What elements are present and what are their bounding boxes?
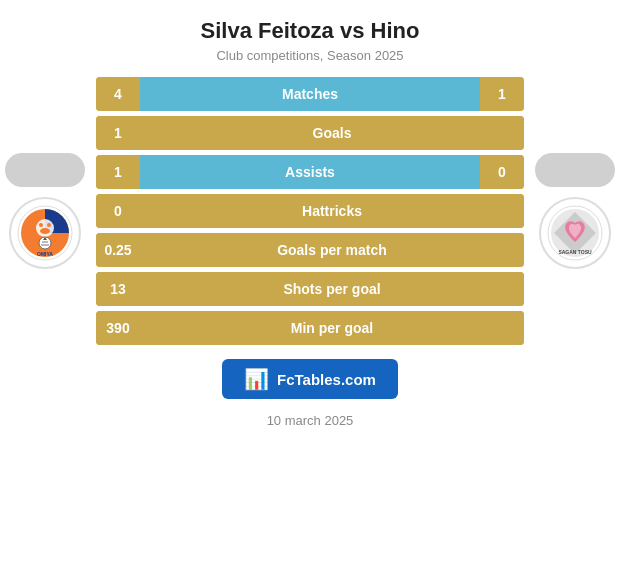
- svg-text:SAGAN TOSU: SAGAN TOSU: [558, 249, 592, 255]
- stat-row-min-per-goal: 390Min per goal: [96, 311, 524, 345]
- stat-row-goals: 1Goals: [96, 116, 524, 150]
- stats-container: 4Matches11Goals1Assists00Hattricks0.25Go…: [90, 77, 530, 345]
- svg-point-3: [39, 223, 43, 227]
- stat-right-assists: 0: [480, 155, 524, 189]
- fctables-icon: 📊: [244, 367, 269, 391]
- stat-row-shots-per-goal: 13Shots per goal: [96, 272, 524, 306]
- omiya-ardija-icon: OMIYA: [16, 204, 74, 262]
- subtitle: Club competitions, Season 2025: [216, 48, 403, 63]
- team-logo-right: SAGAN TOSU: [530, 153, 620, 269]
- stat-left-goals: 1: [96, 116, 140, 150]
- stat-label-assists: Assists: [140, 155, 480, 189]
- stat-label-goals-per-match: Goals per match: [140, 233, 524, 267]
- left-top-bar: [5, 153, 85, 187]
- footer-date: 10 march 2025: [267, 413, 354, 428]
- right-top-bar: [535, 153, 615, 187]
- svg-point-4: [47, 223, 51, 227]
- stat-right-matches: 1: [480, 77, 524, 111]
- stat-left-min-per-goal: 390: [96, 311, 140, 345]
- sagan-tosu-icon: SAGAN TOSU: [546, 204, 604, 262]
- stat-row-goals-per-match: 0.25Goals per match: [96, 233, 524, 267]
- page-title: Silva Feitoza vs Hino: [201, 18, 420, 44]
- svg-point-5: [40, 228, 50, 234]
- svg-text:OMIYA: OMIYA: [37, 251, 53, 257]
- team-logo-right-img: SAGAN TOSU: [539, 197, 611, 269]
- team-logo-left: OMIYA: [0, 153, 90, 269]
- stat-left-hattricks: 0: [96, 194, 140, 228]
- stat-left-goals-per-match: 0.25: [96, 233, 140, 267]
- team-logo-left-img: OMIYA: [9, 197, 81, 269]
- stat-left-assists: 1: [96, 155, 140, 189]
- stat-label-goals: Goals: [140, 116, 524, 150]
- fctables-banner[interactable]: 📊 FcTables.com: [222, 359, 398, 399]
- stat-label-shots-per-goal: Shots per goal: [140, 272, 524, 306]
- stat-row-hattricks: 0Hattricks: [96, 194, 524, 228]
- main-section: OMIYA 4Matches11Goals1Assists00Hattricks…: [0, 77, 620, 345]
- stat-label-hattricks: Hattricks: [140, 194, 524, 228]
- stat-label-min-per-goal: Min per goal: [140, 311, 524, 345]
- stat-row-assists: 1Assists0: [96, 155, 524, 189]
- stat-row-matches: 4Matches1: [96, 77, 524, 111]
- fctables-text: FcTables.com: [277, 371, 376, 388]
- stat-left-matches: 4: [96, 77, 140, 111]
- stat-label-matches: Matches: [140, 77, 480, 111]
- stat-left-shots-per-goal: 13: [96, 272, 140, 306]
